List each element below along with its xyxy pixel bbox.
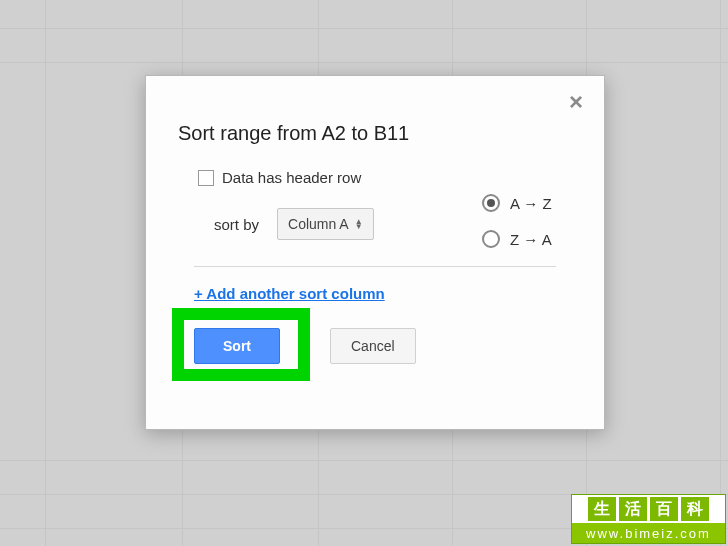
watermark-char: 生 [588, 497, 616, 521]
header-row-checkbox[interactable] [198, 170, 214, 186]
radio-option-za[interactable]: Z → A [482, 230, 552, 248]
watermark-url: www.bimeiz.com [572, 523, 725, 543]
sort-range-dialog: × Sort range from A2 to B11 Data has hea… [145, 75, 605, 430]
column-dropdown[interactable]: Column A ▲▼ [277, 208, 374, 240]
sort-button[interactable]: Sort [194, 328, 280, 364]
header-row-label: Data has header row [222, 169, 361, 186]
add-sort-column-link[interactable]: + Add another sort column [194, 285, 385, 302]
close-icon[interactable]: × [564, 90, 588, 114]
sort-direction-radio-group: A → Z Z → A [482, 194, 552, 248]
header-row-checkbox-row: Data has header row [198, 169, 572, 186]
watermark-title: 生 活 百 科 [572, 495, 725, 523]
watermark-char: 科 [681, 497, 709, 521]
watermark-char: 活 [619, 497, 647, 521]
divider [194, 266, 556, 267]
radio-option-az[interactable]: A → Z [482, 194, 552, 212]
radio-icon [482, 230, 500, 248]
dialog-button-row: Sort Cancel [194, 328, 572, 364]
sort-by-row: sort by Column A ▲▼ A → Z Z → A [214, 208, 572, 240]
column-dropdown-value: Column A [288, 216, 349, 232]
dialog-title: Sort range from A2 to B11 [178, 122, 572, 145]
cancel-button[interactable]: Cancel [330, 328, 416, 364]
radio-icon [482, 194, 500, 212]
radio-label-za: Z → A [510, 231, 552, 248]
watermark-char: 百 [650, 497, 678, 521]
sort-arrows-icon: ▲▼ [355, 219, 363, 229]
radio-label-az: A → Z [510, 195, 552, 212]
watermark-badge: 生 活 百 科 www.bimeiz.com [571, 494, 726, 544]
sort-by-label: sort by [214, 216, 259, 233]
